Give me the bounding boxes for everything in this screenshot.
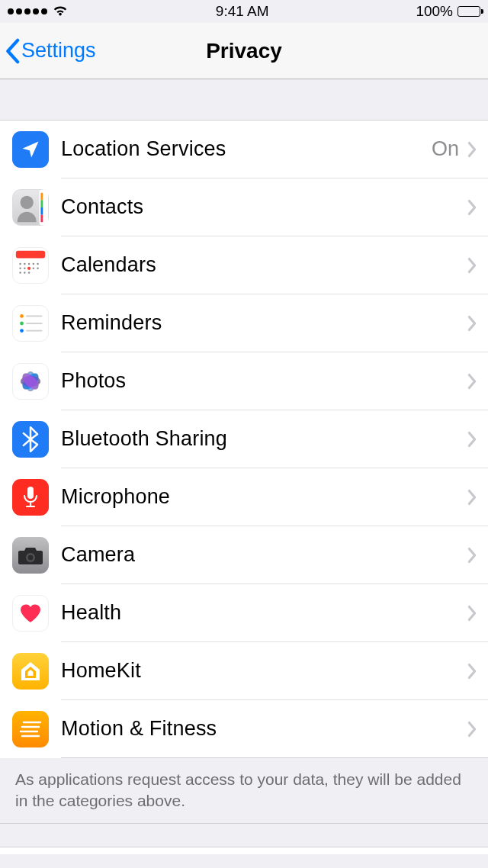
row-contacts[interactable]: Contacts [0, 178, 488, 236]
chevron-right-icon [467, 141, 477, 158]
page-title: Privacy [206, 39, 282, 63]
next-section-peek [0, 847, 488, 854]
back-button[interactable]: Settings [5, 23, 96, 79]
status-right: 100% [416, 3, 480, 20]
calendars-icon [12, 247, 49, 284]
row-motion-fitness[interactable]: Motion & Fitness [0, 700, 488, 758]
svg-rect-2 [40, 200, 43, 207]
svg-point-11 [37, 263, 38, 265]
motion-icon [12, 711, 49, 747]
svg-point-21 [20, 322, 24, 326]
svg-point-16 [19, 272, 21, 273]
svg-rect-6 [16, 251, 45, 259]
row-health[interactable]: Health [0, 584, 488, 642]
chevron-right-icon [467, 605, 477, 622]
svg-rect-0 [40, 190, 49, 225]
status-bar: 9:41 AM 100% [0, 0, 488, 23]
contacts-icon [12, 189, 49, 226]
svg-rect-1 [40, 193, 43, 201]
svg-point-22 [20, 329, 24, 333]
row-label: Location Services [61, 137, 432, 161]
svg-rect-3 [40, 207, 43, 215]
chevron-left-icon [5, 38, 20, 64]
row-label: Motion & Fitness [61, 717, 467, 741]
row-microphone[interactable]: Microphone [0, 468, 488, 526]
status-time: 9:41 AM [216, 3, 269, 20]
status-left [8, 3, 69, 20]
row-location-services[interactable]: Location Services On [0, 121, 488, 178]
row-label: Microphone [61, 485, 467, 509]
svg-point-20 [20, 314, 24, 318]
chevron-right-icon [467, 199, 477, 216]
svg-point-36 [28, 555, 34, 561]
svg-point-13 [24, 268, 25, 269]
svg-point-7 [19, 263, 21, 265]
row-photos[interactable]: Photos [0, 352, 488, 410]
row-label: Photos [61, 369, 467, 393]
health-icon [12, 595, 49, 632]
nav-bar: Settings Privacy [0, 23, 488, 79]
chevron-right-icon [467, 721, 477, 738]
bluetooth-icon [12, 421, 49, 458]
row-label: Calendars [61, 253, 467, 277]
row-calendars[interactable]: Calendars [0, 236, 488, 294]
back-label: Settings [21, 39, 96, 63]
row-camera[interactable]: Camera [0, 526, 488, 584]
svg-point-8 [24, 263, 25, 265]
chevron-right-icon [467, 547, 477, 564]
svg-point-14 [33, 268, 34, 269]
row-label: HomeKit [61, 659, 467, 683]
camera-icon [12, 537, 49, 574]
chevron-right-icon [467, 257, 477, 274]
svg-rect-34 [27, 487, 34, 499]
row-bluetooth-sharing[interactable]: Bluetooth Sharing [0, 410, 488, 468]
svg-point-19 [27, 267, 30, 270]
svg-rect-4 [40, 215, 43, 223]
location-icon [12, 131, 49, 168]
wifi-icon [52, 3, 69, 20]
section-footer: As applications request access to your d… [0, 758, 488, 824]
svg-point-17 [24, 272, 25, 273]
row-value: On [432, 137, 459, 161]
row-label: Reminders [61, 311, 467, 335]
row-label: Bluetooth Sharing [61, 427, 467, 451]
battery-icon [458, 6, 480, 17]
svg-point-12 [19, 268, 21, 269]
svg-point-18 [28, 272, 30, 273]
section-spacer [0, 79, 488, 121]
cell-signal-icon [8, 8, 47, 14]
battery-percent: 100% [416, 3, 453, 20]
svg-point-5 [21, 196, 34, 209]
row-label: Camera [61, 543, 467, 567]
svg-point-15 [37, 268, 38, 269]
row-homekit[interactable]: HomeKit [0, 642, 488, 700]
row-reminders[interactable]: Reminders [0, 294, 488, 352]
chevron-right-icon [467, 373, 477, 390]
svg-point-10 [33, 263, 34, 265]
row-label: Health [61, 601, 467, 625]
chevron-right-icon [467, 431, 477, 448]
homekit-icon [12, 653, 49, 690]
chevron-right-icon [467, 663, 477, 680]
svg-point-9 [28, 263, 30, 265]
photos-icon [12, 363, 49, 400]
chevron-right-icon [467, 489, 477, 506]
row-label: Contacts [61, 195, 467, 219]
reminders-icon [12, 305, 49, 342]
microphone-icon [12, 479, 49, 516]
privacy-list: Location Services On Contacts Calendars … [0, 121, 488, 758]
chevron-right-icon [467, 315, 477, 332]
